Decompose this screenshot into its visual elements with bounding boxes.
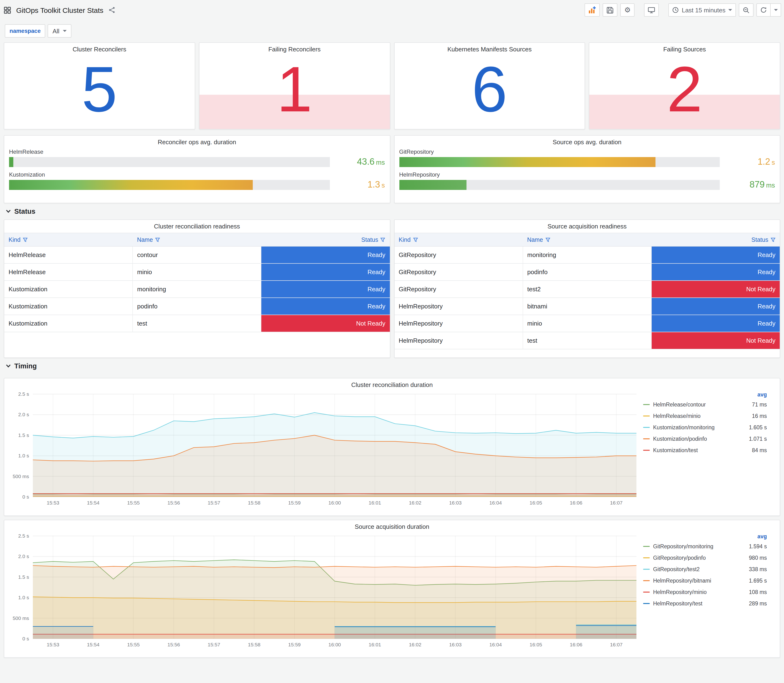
column-header-status[interactable]: Status bbox=[261, 236, 390, 243]
gauge-value: 1.2s bbox=[725, 157, 775, 167]
column-header-kind[interactable]: Kind bbox=[394, 236, 523, 243]
gauge-fill bbox=[399, 180, 467, 190]
cell-kind: GitRepository bbox=[394, 281, 523, 297]
svg-text:1.5 s: 1.5 s bbox=[18, 574, 29, 580]
table-row: HelmRepository bitnami Ready bbox=[394, 298, 780, 315]
series-name: Kustomization/podinfo bbox=[653, 436, 749, 442]
share-icon[interactable] bbox=[107, 6, 116, 14]
svg-text:15:56: 15:56 bbox=[168, 500, 180, 505]
column-header-name[interactable]: Name bbox=[133, 236, 261, 243]
legend-item[interactable]: GitRepository/podinfo 980 ms bbox=[643, 552, 768, 564]
table-panel-title[interactable]: Cluster reconciliation readiness bbox=[4, 220, 390, 231]
cell-name: monitoring bbox=[523, 247, 651, 263]
monitor-icon bbox=[648, 6, 655, 14]
cell-name: minio bbox=[133, 264, 261, 281]
variable-value-dropdown[interactable]: All bbox=[48, 24, 71, 38]
gauge-label: Kustomization bbox=[9, 172, 385, 178]
table-row: HelmRepository test Not Ready bbox=[394, 332, 780, 350]
legend-item[interactable]: HelmRepository/bitnami 1.695 s bbox=[643, 575, 768, 586]
svg-text:15:56: 15:56 bbox=[168, 642, 180, 647]
status-cell: Not Ready bbox=[652, 281, 780, 297]
stat-body: 6 bbox=[394, 43, 585, 129]
svg-text:16:04: 16:04 bbox=[489, 642, 502, 647]
gauge-panel-title[interactable]: Source ops avg. duration bbox=[394, 136, 780, 147]
tables-row: Cluster reconciliation readiness Kind Na… bbox=[4, 220, 780, 358]
table-row: HelmRelease contour Ready bbox=[4, 247, 390, 264]
series-name: HelmRepository/minio bbox=[653, 589, 749, 595]
legend-item[interactable]: GitRepository/monitoring 1.594 s bbox=[643, 541, 768, 552]
legend-item[interactable]: Kustomization/monitoring 1.605 s bbox=[643, 422, 768, 433]
series-name: Kustomization/monitoring bbox=[653, 425, 749, 430]
time-series-plot[interactable]: 0 s500 ms1.0 s1.5 s2.0 s2.5 s15:5315:541… bbox=[8, 390, 643, 509]
table-row: GitRepository podinfo Ready bbox=[394, 264, 780, 281]
filter-icon[interactable] bbox=[545, 237, 550, 242]
refresh-button[interactable] bbox=[757, 3, 771, 17]
chart-legend: avg HelmRelease/contour 71 ms HelmReleas… bbox=[643, 390, 768, 509]
legend-item[interactable]: HelmRelease/minio 16 ms bbox=[643, 410, 768, 422]
time-series-plot[interactable]: 0 s500 ms1.0 s1.5 s2.0 s2.5 s15:5315:541… bbox=[8, 531, 643, 651]
variable-label-namespace[interactable]: namespace bbox=[5, 24, 45, 38]
filter-icon[interactable] bbox=[381, 237, 385, 242]
column-header-kind[interactable]: Kind bbox=[4, 236, 133, 243]
svg-text:2.0 s: 2.0 s bbox=[18, 553, 29, 559]
table-row: HelmRelease minio Ready bbox=[4, 264, 390, 281]
row-toggle-timing[interactable]: Timing bbox=[4, 358, 780, 374]
svg-text:2.0 s: 2.0 s bbox=[18, 412, 29, 417]
apps-grid-icon[interactable] bbox=[3, 5, 12, 14]
svg-text:2.5 s: 2.5 s bbox=[18, 533, 29, 539]
filter-icon[interactable] bbox=[23, 237, 27, 242]
series-avg-value: 338 ms bbox=[749, 566, 768, 572]
legend-avg-header[interactable]: avg bbox=[643, 532, 768, 541]
column-header-status[interactable]: Status bbox=[651, 236, 780, 243]
status-cell: Not Ready bbox=[261, 315, 390, 332]
add-panel-button[interactable] bbox=[585, 3, 600, 17]
cell-kind: HelmRelease bbox=[4, 264, 133, 281]
svg-text:16:02: 16:02 bbox=[409, 642, 422, 647]
table-panel-title[interactable]: Source acquisition readiness bbox=[394, 220, 780, 231]
save-dashboard-button[interactable] bbox=[603, 3, 617, 17]
svg-text:16:03: 16:03 bbox=[449, 500, 462, 505]
column-header-name[interactable]: Name bbox=[523, 236, 651, 243]
series-avg-value: 980 ms bbox=[749, 555, 768, 561]
series-name: HelmRepository/bitnami bbox=[653, 578, 749, 584]
svg-text:0 s: 0 s bbox=[22, 636, 29, 641]
time-range-picker[interactable]: Last 15 minutes bbox=[669, 3, 736, 17]
gauges-row: Reconciler ops avg. duration HelmRelease… bbox=[4, 135, 780, 203]
dashboard-settings-button[interactable]: ⚙ bbox=[620, 3, 635, 17]
gauge-panel: Source ops avg. duration GitRepository 1… bbox=[394, 135, 780, 203]
time-range-label: Last 15 minutes bbox=[681, 6, 725, 14]
table-panel: Cluster reconciliation readiness Kind Na… bbox=[4, 220, 390, 358]
legend-item[interactable]: Kustomization/test 84 ms bbox=[643, 444, 768, 456]
refresh-interval-dropdown[interactable] bbox=[771, 3, 781, 17]
legend-item[interactable]: HelmRelease/contour 71 ms bbox=[643, 399, 768, 410]
cycle-view-mode-button[interactable] bbox=[644, 3, 659, 17]
legend-item[interactable]: HelmRepository/minio 108 ms bbox=[643, 586, 768, 598]
filter-icon[interactable] bbox=[155, 237, 160, 242]
row-toggle-status[interactable]: Status bbox=[4, 203, 780, 220]
series-color-dash bbox=[643, 603, 650, 604]
cell-name: contour bbox=[133, 247, 261, 263]
legend-item[interactable]: GitRepository/test2 338 ms bbox=[643, 564, 768, 575]
svg-text:16:02: 16:02 bbox=[409, 500, 422, 505]
legend-item[interactable]: HelmRepository/test 289 ms bbox=[643, 598, 768, 609]
series-name: GitRepository/podinfo bbox=[653, 555, 749, 561]
filter-icon[interactable] bbox=[771, 237, 776, 242]
zoom-out-button[interactable] bbox=[739, 3, 754, 17]
gear-icon: ⚙ bbox=[624, 6, 631, 14]
chevron-down-icon bbox=[6, 209, 11, 213]
gauge-row: GitRepository 1.2s bbox=[399, 149, 775, 167]
gauge-label: HelmRelease bbox=[9, 149, 385, 155]
filter-icon[interactable] bbox=[413, 237, 418, 242]
chart-title[interactable]: Cluster reconciliation duration bbox=[4, 378, 780, 390]
legend-item[interactable]: Kustomization/podinfo 1.071 s bbox=[643, 433, 768, 444]
cell-name: monitoring bbox=[133, 281, 261, 297]
chart-title[interactable]: Source acquisition duration bbox=[4, 520, 780, 531]
chart-panel: Source acquisition duration 0 s500 ms1.0… bbox=[4, 520, 780, 658]
svg-text:16:01: 16:01 bbox=[369, 500, 381, 505]
table-row: HelmRepository minio Ready bbox=[394, 315, 780, 332]
stat-panel: Kubernetes Manifests Sources 6 bbox=[394, 42, 585, 130]
gauge-panel-title[interactable]: Reconciler ops avg. duration bbox=[4, 136, 390, 147]
status-cell: Ready bbox=[652, 298, 780, 314]
series-name: GitRepository/monitoring bbox=[653, 544, 749, 549]
legend-avg-header[interactable]: avg bbox=[643, 390, 768, 399]
